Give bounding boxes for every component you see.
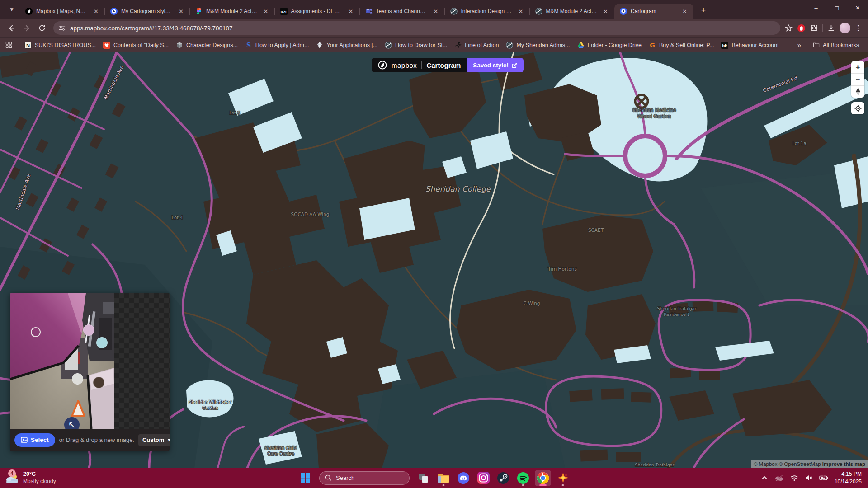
spotify-icon bbox=[517, 472, 529, 484]
saved-style-button[interactable]: Saved style! bbox=[467, 58, 524, 72]
map-label: Sheridan Trafalgar bbox=[657, 306, 696, 311]
bookmark-item[interactable]: My Sheridan Admis... bbox=[502, 40, 573, 51]
zoom-out-button[interactable]: – bbox=[851, 73, 864, 85]
search-icon bbox=[325, 474, 332, 481]
custom-palette-dropdown[interactable]: Custom ▼ bbox=[138, 434, 170, 446]
tab-title: Assignments - DESN2742 bbox=[291, 8, 343, 14]
select-image-button[interactable]: Select bbox=[14, 433, 55, 447]
bookmark-item[interactable]: Line of Action bbox=[451, 40, 502, 51]
bookmark-item[interactable]: Your Applications |... bbox=[312, 40, 381, 51]
select-label: Select bbox=[31, 436, 49, 443]
color-swatch-marker[interactable] bbox=[93, 377, 104, 388]
profile-avatar[interactable] bbox=[840, 23, 850, 33]
downloads-icon[interactable] bbox=[827, 24, 835, 32]
bookmark-item[interactable]: Folder - Google Drive bbox=[574, 40, 646, 51]
tab-close-icon[interactable]: ✕ bbox=[517, 8, 525, 15]
map-controls: + – bbox=[851, 61, 864, 114]
tab-close-icon[interactable]: ✕ bbox=[680, 8, 689, 15]
url-text: apps.mapbox.com/cartogram/#17.33/43.4686… bbox=[70, 25, 233, 32]
back-icon[interactable] bbox=[5, 21, 18, 35]
improve-map-link[interactable]: Improve this map bbox=[822, 461, 865, 467]
weather-widget[interactable]: 4 20°C Mostly cloudy bbox=[0, 471, 118, 485]
instagram-taskbar-button[interactable] bbox=[475, 470, 491, 486]
bookmark-item[interactable]: Character Designs... bbox=[172, 40, 241, 51]
bookmark-star-icon[interactable] bbox=[785, 24, 793, 32]
browser-tab-bar: ▼ Mapbox | Maps, Navigatio ✕ My Cartogra… bbox=[0, 0, 868, 19]
browser-tab[interactable]: T Teams and Channels | Gen ✕ bbox=[360, 4, 445, 19]
explorer-taskbar-button[interactable] bbox=[435, 470, 452, 486]
bookmark-item[interactable]: Contents of "Daily S... bbox=[99, 40, 172, 51]
browser-tab-active[interactable]: Cartogram ✕ bbox=[614, 4, 693, 19]
toolbar-divider bbox=[822, 24, 823, 32]
spark-icon bbox=[557, 472, 569, 484]
tab-close-icon[interactable]: ✕ bbox=[92, 8, 100, 15]
figure-icon bbox=[454, 42, 462, 49]
map-viewport[interactable]: Martindale AveMartindale AveCeremonial R… bbox=[0, 52, 868, 468]
color-swatch-marker[interactable] bbox=[83, 324, 94, 336]
color-swatch-marker[interactable] bbox=[31, 327, 41, 337]
wifi-icon[interactable] bbox=[790, 475, 798, 481]
browser-tab[interactable]: M&M Module 2 Activity 1 ✕ bbox=[530, 4, 615, 19]
browser-tab[interactable]: D2L Assignments - DESN2742 ✕ bbox=[275, 4, 360, 19]
bookmark-item[interactable]: S How to Apply | Adm... bbox=[241, 40, 313, 51]
windows-taskbar: 4 20°C Mostly cloudy Search bbox=[0, 468, 868, 488]
discord-taskbar-button[interactable] bbox=[455, 470, 472, 486]
window-minimize-button[interactable]: – bbox=[806, 0, 826, 15]
adblock-extension-icon[interactable] bbox=[797, 24, 806, 33]
tab-close-icon[interactable]: ✕ bbox=[432, 8, 440, 15]
geolocate-button[interactable] bbox=[851, 102, 864, 114]
compass-button[interactable] bbox=[851, 85, 864, 98]
zoom-in-button[interactable]: + bbox=[851, 61, 864, 73]
apps-grid-icon[interactable] bbox=[5, 42, 12, 48]
tray-chevron-icon[interactable] bbox=[761, 475, 768, 481]
source-photo[interactable]: ↖ bbox=[10, 293, 114, 429]
bookmarks-divider bbox=[16, 41, 16, 49]
chrome-taskbar-button[interactable] bbox=[535, 470, 551, 486]
tab-close-icon[interactable]: ✕ bbox=[347, 8, 355, 15]
onedrive-paused-icon[interactable] bbox=[774, 474, 784, 482]
mapbox-logo-icon bbox=[378, 61, 387, 70]
browser-tab[interactable]: M&M Module 2 Activity 1 ✕ bbox=[190, 4, 275, 19]
browser-tab[interactable]: Mapbox | Maps, Navigatio ✕ bbox=[20, 4, 105, 19]
map-label: Lot 1a bbox=[792, 141, 806, 146]
bookmark-item[interactable]: How to Draw for St... bbox=[381, 40, 451, 51]
site-settings-icon[interactable] bbox=[59, 25, 66, 32]
extensions-puzzle-icon[interactable] bbox=[810, 24, 818, 32]
map-label: Sheridan Trafalgar bbox=[635, 462, 674, 467]
spotify-taskbar-button[interactable] bbox=[515, 470, 531, 486]
tab-close-icon[interactable]: ✕ bbox=[601, 8, 610, 15]
reload-icon[interactable] bbox=[35, 21, 49, 35]
bookmarks-overflow-chevron[interactable]: » bbox=[794, 39, 805, 51]
map-label: Lot 6 bbox=[229, 110, 240, 115]
explorer-icon bbox=[437, 473, 450, 483]
start-button[interactable] bbox=[297, 470, 313, 486]
all-bookmarks-button[interactable]: All Bookmarks bbox=[809, 40, 863, 51]
tab-search-chevron-icon[interactable]: ▼ bbox=[5, 3, 18, 16]
tab-close-icon[interactable]: ✕ bbox=[262, 8, 270, 15]
steam-taskbar-button[interactable] bbox=[495, 470, 511, 486]
battery-charging-icon[interactable] bbox=[819, 475, 828, 481]
mapbox-cartogram-badge: mapbox Cartogram bbox=[372, 58, 467, 72]
map-label: Lot 4 bbox=[172, 215, 183, 220]
taskbar-search-box[interactable]: Search bbox=[319, 471, 410, 485]
address-bar[interactable]: apps.mapbox.com/cartogram/#17.33/43.4686… bbox=[53, 21, 780, 35]
spark-taskbar-button[interactable] bbox=[555, 470, 571, 486]
browser-tab[interactable]: Interaction Design Week 6 ✕ bbox=[445, 4, 530, 19]
bookmark-item[interactable]: N SUKI'S DISASTROUS... bbox=[21, 40, 99, 51]
window-maximize-button[interactable]: ◻ bbox=[826, 0, 847, 15]
tab-close-icon[interactable]: ✕ bbox=[177, 8, 185, 15]
source-image-panel: ↖ Select or Drag & drop a new image. Cus… bbox=[10, 293, 170, 451]
browser-menu-icon[interactable]: ⋮ bbox=[855, 24, 862, 32]
color-swatch-marker[interactable] bbox=[96, 337, 108, 348]
bookmark-item[interactable]: bE Behaviour Account bbox=[717, 40, 782, 51]
browser-tab[interactable]: My Cartogram style | Map ✕ bbox=[105, 4, 190, 19]
color-swatch-marker[interactable] bbox=[72, 373, 83, 385]
bookmark-item[interactable]: G Buy & Sell Online: P... bbox=[645, 40, 717, 51]
d2l-icon: D2L bbox=[280, 8, 288, 15]
forward-icon[interactable] bbox=[20, 21, 33, 35]
new-tab-button[interactable]: + bbox=[697, 4, 710, 17]
window-close-button[interactable]: ✕ bbox=[847, 0, 868, 15]
volume-icon[interactable] bbox=[805, 474, 813, 481]
clock-widget[interactable]: 4:15 PM 10/14/2025 bbox=[835, 470, 862, 485]
taskview-taskbar-button[interactable] bbox=[415, 470, 432, 486]
